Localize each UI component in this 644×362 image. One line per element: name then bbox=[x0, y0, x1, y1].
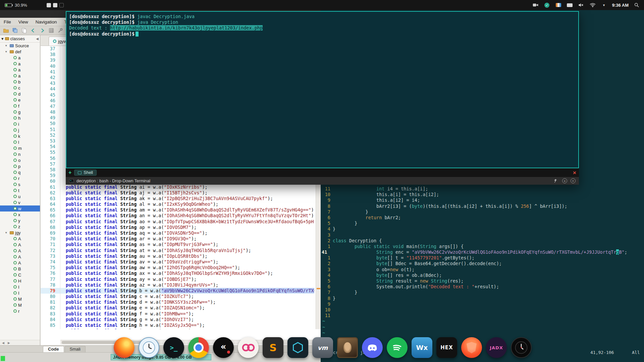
tree-item-B[interactable]: B bbox=[0, 266, 40, 272]
workspace-1[interactable] bbox=[47, 3, 51, 7]
terminal-titlebar[interactable]: >_ decryption : bash - Drop-Down Termina… bbox=[66, 177, 579, 185]
clock[interactable]: 9:36 AM bbox=[612, 3, 629, 8]
tree-item-z[interactable]: z bbox=[0, 224, 40, 230]
tree-item-A[interactable]: A bbox=[0, 236, 40, 242]
code-line-66[interactable]: 66public static final String an = w.a("I… bbox=[41, 213, 314, 219]
dock-jadx[interactable]: JADX bbox=[486, 337, 507, 358]
audio-muted-icon[interactable] bbox=[578, 2, 585, 8]
tree-item-A[interactable]: A bbox=[0, 242, 40, 248]
tree-item-def[interactable]: ▾def bbox=[0, 49, 40, 55]
tree-item-A[interactable]: A bbox=[0, 254, 40, 260]
tree-item-d[interactable]: d bbox=[0, 91, 40, 97]
wrench-icon[interactable] bbox=[56, 27, 64, 35]
code-line-70[interactable]: 70public static final String ar = w.a("I… bbox=[41, 236, 314, 242]
dock-vmware[interactable]: vm bbox=[312, 337, 333, 358]
dock-firefox[interactable] bbox=[114, 337, 135, 358]
tree-root-row[interactable]: ▾ classes ◀ bbox=[0, 35, 40, 43]
code-line-62[interactable]: 62public static final String aj = w.a("I… bbox=[41, 190, 314, 196]
code-line-69[interactable]: 69public static final String aq = w.a("I… bbox=[41, 230, 314, 236]
tree-item-f[interactable]: f bbox=[0, 103, 40, 109]
tree-item-a[interactable]: a bbox=[0, 73, 40, 79]
tree-hscroll[interactable]: ◀▶ bbox=[0, 340, 40, 345]
tree-item-l[interactable]: l bbox=[0, 139, 40, 145]
code-line-82[interactable]: 82public static final String e = w.a("IO… bbox=[41, 305, 314, 311]
code-line-86[interactable]: 86public static final String i = w.a("I1… bbox=[41, 328, 314, 329]
tree-item-b[interactable]: b bbox=[0, 79, 40, 85]
forward-icon[interactable] bbox=[38, 27, 46, 35]
pin-icon[interactable] bbox=[552, 178, 559, 184]
library-icon[interactable] bbox=[555, 2, 562, 8]
grid-icon[interactable] bbox=[47, 27, 55, 35]
back-icon[interactable] bbox=[29, 27, 37, 35]
tab-code[interactable]: Code bbox=[43, 346, 64, 352]
export-icon[interactable] bbox=[20, 27, 28, 35]
tab-smali[interactable]: Smali bbox=[65, 346, 86, 352]
new-tab-button[interactable]: + bbox=[68, 170, 71, 176]
code-line-78[interactable]: 78public static final String az = w.a("I… bbox=[41, 282, 314, 288]
dock-hexagon-app[interactable] bbox=[287, 337, 308, 358]
dock-hex-editor[interactable]: HEX bbox=[436, 337, 457, 358]
tree-item-r[interactable]: r bbox=[0, 175, 40, 181]
tree-item-I[interactable]: I bbox=[0, 290, 40, 296]
tree-item-e[interactable]: e bbox=[0, 97, 40, 103]
code-line-61[interactable]: 61public static final String ai = w.a("I… bbox=[41, 184, 314, 190]
tree-item-o[interactable]: o bbox=[0, 157, 40, 163]
code-line-79[interactable]: 79public static final String b = w.a("aV… bbox=[41, 288, 314, 294]
tree-item-n[interactable]: n bbox=[0, 151, 40, 157]
close-tab-button[interactable]: × bbox=[573, 170, 576, 176]
tree-item-a[interactable]: a bbox=[0, 61, 40, 67]
code-line-65[interactable]: 65public static final String am = w.a("I… bbox=[41, 207, 314, 213]
tree-item-i[interactable]: i bbox=[0, 121, 40, 127]
code-line-77[interactable]: 77public static final String ay = w.a("I… bbox=[41, 277, 314, 282]
tree-item-A[interactable]: A bbox=[0, 248, 40, 254]
code-line-84[interactable]: 84public static final String g = w.a("IO… bbox=[41, 317, 314, 322]
tree-item-s[interactable]: s bbox=[0, 181, 40, 187]
tree-item-C[interactable]: C bbox=[0, 272, 40, 278]
code-line-75[interactable]: 75public static final String aw = w.a("I… bbox=[41, 265, 314, 270]
expand-arrow-icon[interactable]: ▾ bbox=[1, 36, 4, 41]
dock-media-player[interactable]: « bbox=[213, 337, 234, 358]
search-icon[interactable] bbox=[633, 2, 640, 8]
dock-art-app[interactable] bbox=[337, 337, 358, 358]
close-icon[interactable]: × bbox=[571, 178, 576, 183]
dock-spotify[interactable] bbox=[387, 337, 408, 358]
tree-item-v[interactable]: v bbox=[0, 199, 40, 205]
code-line-63[interactable]: 63public static final String ak = w.a("I… bbox=[41, 196, 314, 201]
tree-item-g[interactable]: g bbox=[0, 109, 40, 115]
code-line-76[interactable]: 76public static final String ax = w.a("I… bbox=[41, 270, 314, 276]
chevron-down-icon[interactable]: ▾ bbox=[601, 2, 607, 8]
code-line-81[interactable]: 81public static final String d = w.a("IO… bbox=[41, 299, 314, 305]
tree-item-k[interactable]: k bbox=[0, 133, 40, 139]
code-line-73[interactable]: 73public static final String au = w.a("I… bbox=[41, 253, 314, 259]
dock-chrome[interactable] bbox=[188, 337, 209, 358]
dock-oo-app[interactable] bbox=[238, 337, 259, 358]
dock-sublime-text[interactable]: S bbox=[263, 337, 283, 358]
verified-icon[interactable]: ✓ bbox=[544, 2, 550, 8]
code-line-71[interactable]: 71public static final String as = w.a("I… bbox=[41, 242, 314, 247]
tree-item-a[interactable]: a bbox=[0, 67, 40, 73]
code-line-72[interactable]: 72public static final String at = w.a("I… bbox=[41, 248, 314, 253]
open-folder-icon[interactable] bbox=[2, 27, 10, 35]
code-line-85[interactable]: 85public static final String h = w.a("IO… bbox=[41, 322, 314, 328]
tree-item-h[interactable]: h bbox=[0, 115, 40, 121]
keyboard-icon[interactable] bbox=[567, 2, 573, 8]
expand-arrow-icon[interactable]: ▾ bbox=[5, 231, 8, 234]
wifi-icon[interactable] bbox=[589, 2, 596, 8]
tree-item-M[interactable]: M bbox=[0, 302, 40, 308]
tree-item-p[interactable]: p bbox=[0, 163, 40, 169]
tree-item-a[interactable]: a bbox=[0, 55, 40, 61]
code-line-64[interactable]: 64public static final String al = w.a("I… bbox=[41, 201, 314, 207]
menu-file[interactable]: File bbox=[0, 18, 15, 26]
menu-navigation[interactable]: Navigation bbox=[32, 18, 61, 26]
code-line-68[interactable]: 68public static final String ap = w.a("I… bbox=[41, 225, 314, 230]
taskbar-indicator[interactable] bbox=[1, 356, 5, 361]
tree-item-I[interactable]: I bbox=[0, 284, 40, 290]
vim-buffer[interactable]: 11 int i4 = this.a[i];10 this.a[i] = thi… bbox=[321, 186, 644, 347]
save-all-icon[interactable] bbox=[11, 27, 19, 35]
tree-item-Source[interactable]: ▾Source bbox=[0, 43, 40, 49]
tree-item-c[interactable]: c bbox=[0, 85, 40, 91]
tree-item-H[interactable]: H bbox=[0, 278, 40, 284]
workspace-2[interactable] bbox=[53, 3, 57, 7]
camera-icon[interactable] bbox=[532, 2, 539, 8]
code-line-83[interactable]: 83public static final String f = w.a("IO… bbox=[41, 311, 314, 317]
